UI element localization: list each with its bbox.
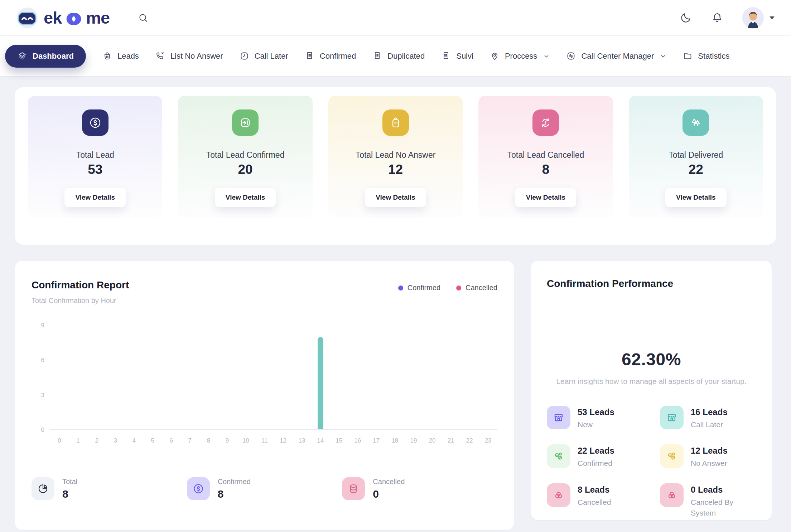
legend-label: Cancelled	[466, 284, 497, 292]
summary-value: 8	[218, 488, 251, 500]
search-icon[interactable]	[138, 12, 149, 24]
performance-description: Learn insights how to manage all aspects…	[547, 377, 756, 386]
storefront-icon	[547, 406, 570, 429]
x-tick-label: 4	[125, 437, 143, 444]
nav-item-duplicated[interactable]: Duplicated	[372, 51, 425, 61]
nav-label: List No Answer	[170, 52, 223, 61]
view-details-button[interactable]: View Details	[665, 188, 727, 207]
bar-slot	[199, 326, 218, 429]
y-axis: 0369	[32, 326, 50, 430]
sync-alert-icon	[532, 109, 559, 136]
x-tick-label: 14	[311, 437, 330, 444]
x-tick-label: 15	[330, 437, 348, 444]
x-tick-label: 11	[255, 437, 274, 444]
nav-label: Call Center Manager	[581, 52, 654, 61]
logo-text-right: me	[86, 8, 110, 28]
perf-stat-label: Cancelled	[578, 497, 611, 508]
receipt-icon	[305, 51, 314, 61]
bar-confirmed-hour-14[interactable]	[318, 337, 323, 429]
nav-item-call-later[interactable]: Call Later	[240, 51, 288, 61]
nav-label: Call Later	[255, 52, 288, 61]
perf-stat-canceled-by-system: 0 Leads Canceled By System	[660, 483, 756, 519]
perf-stat-value: 8 Leads	[578, 485, 611, 495]
y-tick-label: 0	[41, 426, 44, 434]
legend-item-confirmed[interactable]: Confirmed	[398, 284, 440, 292]
summary-cancelled: Cancelled 0	[342, 477, 497, 500]
perf-stat-value: 22 Leads	[578, 446, 614, 456]
bar-slot	[236, 326, 255, 429]
nav-label: Statistics	[698, 52, 729, 61]
bar-slot	[404, 326, 423, 429]
x-tick-label: 22	[460, 437, 479, 444]
perf-stat-confirmed: 22 Leads Confirmed	[547, 444, 660, 469]
stat-card-label: Total Lead	[28, 150, 162, 160]
bar-slot	[460, 326, 479, 429]
x-axis: 01234567891011121314151617181920212223	[50, 437, 497, 444]
perf-stat-label: No Answer	[691, 458, 728, 469]
venn-icon	[547, 483, 570, 507]
perf-stat-value: 0 Leads	[691, 485, 755, 495]
summary-confirmed: Confirmed 8	[187, 477, 342, 500]
stat-card-value: 12	[328, 162, 463, 177]
nav-item-proccess[interactable]: Proccess	[490, 51, 550, 61]
legend-dot-cancelled	[456, 285, 461, 291]
view-details-button[interactable]: View Details	[215, 188, 276, 207]
bar-slot	[218, 326, 236, 429]
nav-label: Leads	[117, 52, 139, 61]
x-tick-label: 3	[106, 437, 125, 444]
nav-item-list-no-answer[interactable]: List No Answer	[155, 51, 223, 61]
clock-icon	[240, 51, 249, 61]
bar-chart: 0369	[32, 326, 497, 430]
confirmation-report-card: Confirmation Report Total Confirmation b…	[15, 261, 514, 530]
summary-value: 0	[373, 488, 405, 500]
bar-slot	[274, 326, 293, 429]
x-tick-label: 10	[236, 437, 255, 444]
nav-item-statistics[interactable]: Statistics	[683, 51, 729, 61]
nav-item-suivi[interactable]: Suivi	[441, 51, 473, 61]
bar-slot	[87, 326, 106, 429]
chevron-down-icon	[543, 53, 550, 59]
nav-item-call-center-manager[interactable]: Call Center Manager	[566, 51, 666, 61]
bar-slot	[311, 326, 330, 429]
stat-card-label: Total Lead No Answer	[328, 150, 463, 160]
legend-label: Confirmed	[407, 284, 440, 292]
nav-item-confirmed[interactable]: Confirmed	[305, 51, 356, 61]
x-tick-label: 5	[143, 437, 162, 444]
moon-icon[interactable]	[679, 11, 692, 24]
pine-trees-icon	[683, 109, 709, 136]
nav-item-dashboard[interactable]: Dashboard	[5, 45, 86, 68]
map-pin-icon	[490, 51, 500, 61]
robot-logo-icon	[16, 6, 39, 29]
report-subtitle: Total Confirmation by Hour	[32, 297, 129, 305]
view-details-button[interactable]: View Details	[515, 188, 577, 207]
x-tick-label: 17	[367, 437, 386, 444]
x-tick-label: 23	[479, 437, 497, 444]
stat-card-value: 53	[28, 162, 162, 177]
bar-slot	[255, 326, 274, 429]
bell-icon[interactable]	[711, 11, 724, 24]
nav-item-leads[interactable]: Leads	[102, 51, 139, 61]
x-tick-label: 8	[199, 437, 218, 444]
performance-percent: 62.30%	[547, 350, 756, 369]
stats-panel: Total Lead 53 View Details Total Lead Co…	[15, 87, 776, 245]
logo[interactable]: ek me	[16, 6, 110, 29]
report-summary: Total 8 Confirmed 8	[32, 477, 497, 500]
caret-down-icon[interactable]	[769, 16, 775, 20]
database-icon	[342, 477, 365, 500]
chevron-down-icon	[660, 53, 666, 59]
y-tick-label: 6	[41, 357, 44, 364]
stat-card-total-lead-cancelled: Total Lead Cancelled 8 View Details	[478, 96, 613, 218]
view-details-button[interactable]: View Details	[365, 188, 426, 207]
x-tick-label: 12	[274, 437, 293, 444]
view-details-button[interactable]: View Details	[64, 188, 126, 207]
bar-slot	[125, 326, 143, 429]
summary-label: Total	[62, 478, 77, 486]
logo-text-left: ek	[44, 8, 62, 28]
avatar[interactable]	[742, 7, 764, 29]
legend-item-cancelled[interactable]: Cancelled	[456, 284, 497, 292]
pie-chart-icon	[32, 477, 54, 500]
layers-icon	[17, 51, 27, 61]
infinity-icon	[61, 12, 87, 26]
bar-slot	[367, 326, 386, 429]
performance-title: Confirmation Performance	[547, 278, 756, 289]
